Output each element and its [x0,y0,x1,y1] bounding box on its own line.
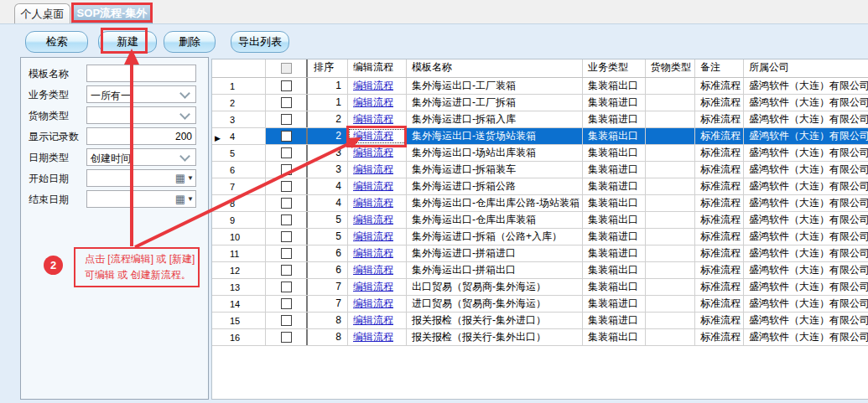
table-row[interactable]: 105编辑流程集外海运进口-拆箱（公路+入库）集装箱进口标准流程盛鸿软件（大连）… [212,229,868,245]
row-checkbox-cell [266,128,308,144]
cell-note: 标准流程 [695,279,744,295]
table-row[interactable]: 137编辑流程出口贸易（贸易商-集外海运）集装箱出口标准流程盛鸿软件（大连）有限… [212,279,868,296]
edit-process-link[interactable]: 编辑流程 [353,264,393,276]
table-row[interactable]: 21编辑流程集外海运进口-工厂拆箱集装箱进口标准流程盛鸿软件（大连）有限公司 [212,95,868,111]
row-checkbox[interactable] [281,80,292,91]
row-checkbox[interactable] [281,181,292,192]
edit-process-link[interactable]: 编辑流程 [353,130,393,142]
cell-cargo-type [646,195,695,211]
cell-template-name: 出口贸易（贸易商-集外海运） [407,279,583,295]
edit-process-link[interactable]: 编辑流程 [353,214,393,225]
edit-process-link[interactable]: 编辑流程 [353,163,393,175]
edit-process-link[interactable]: 编辑流程 [353,96,393,108]
cell-note: 标准流程 [695,162,744,178]
table-row[interactable]: 11编辑流程集外海运出口-工厂装箱集装箱出口标准流程盛鸿软件（大连）有限公司 [212,78,868,95]
cell-edit-process: 编辑流程 [348,245,407,261]
select-all-checkbox[interactable] [281,63,292,74]
edit-process-link[interactable]: 编辑流程 [353,147,393,158]
cell-template-name: 集外海运出口-拼箱出口 [407,262,583,278]
edit-process-link[interactable]: 编辑流程 [353,247,393,259]
select-all-header[interactable] [266,59,308,77]
date-picker[interactable]: ▦▼ [86,169,196,187]
row-checkbox[interactable] [281,332,292,343]
row-number-cell: 10 [212,229,266,245]
row-checkbox[interactable] [281,265,292,276]
search-button[interactable]: 检索 [25,31,88,53]
table-row[interactable]: 74编辑流程集外海运进口-拆箱公路集装箱进口标准流程盛鸿软件（大连）有限公司 [212,178,868,195]
row-number-cell: 1 [212,78,266,94]
table-row[interactable]: 158编辑流程报关报检（报关行-集外进口）集装箱进口标准流程盛鸿软件（大连）有限… [212,313,868,329]
cell-note: 标准流程 [695,262,744,278]
row-checkbox[interactable] [281,131,292,142]
export-list-button[interactable]: 导出列表 [231,31,289,53]
edit-process-link[interactable]: 编辑流程 [353,197,393,209]
cell-business-type: 集装箱出口 [583,78,646,94]
col-header-note[interactable]: 备注 [695,59,744,77]
row-number: 5 [230,147,235,161]
cell-cargo-type [646,78,695,94]
row-checkbox[interactable] [281,315,292,326]
table-row[interactable]: 63编辑流程集外海运进口-拆箱装车集装箱进口标准流程盛鸿软件（大连）有限公司 [212,162,868,178]
date-dropdown-button[interactable]: ▦▼ [175,171,194,185]
col-header-name[interactable]: 模板名称 [407,59,583,77]
table-row[interactable]: ▶42编辑流程集外海运出口-送货场站装箱集装箱出口标准流程盛鸿软件（大连）有限公… [212,128,868,145]
dropdown[interactable]: 创建时间 [86,148,196,166]
row-checkbox[interactable] [281,97,292,108]
dropdown-arrow-icon: ▼ [187,174,194,182]
date-picker[interactable]: ▦▼ [86,190,196,208]
col-header-edit[interactable]: 编辑流程 [348,59,407,77]
table-row[interactable]: 53编辑流程集外海运出口-场站出库装箱集装箱出口标准流程盛鸿软件（大连）有限公司 [212,145,868,162]
table-row[interactable]: 147编辑流程进口贸易（贸易商-集外海运）集装箱进口标准流程盛鸿软件（大连）有限… [212,296,868,313]
cell-business-type: 集装箱进口 [583,296,646,312]
row-checkbox[interactable] [281,248,292,259]
row-number: 14 [230,297,240,312]
row-number: 13 [230,281,240,295]
row-checkbox[interactable] [281,298,292,309]
row-checkbox-cell [266,111,308,127]
cell-template-name: 集外海运进口-拆箱入库 [407,111,583,127]
cell-template-name: 报关报检（报关行-集外出口） [407,329,583,345]
row-number: 2 [230,96,235,111]
row-checkbox[interactable] [281,282,292,292]
cell-company: 盛鸿软件（大连）有限公司 [744,195,868,211]
col-header-cargo[interactable]: 货物类型 [646,59,695,77]
row-checkbox[interactable] [281,147,292,158]
field-input[interactable] [87,129,195,145]
tab-personal-desktop[interactable]: 个人桌面 [14,3,70,23]
table-row[interactable]: 126编辑流程集外海运出口-拼箱出口集装箱出口标准流程盛鸿软件（大连）有限公司 [212,262,868,279]
row-checkbox[interactable] [281,164,292,175]
edit-process-link[interactable]: 编辑流程 [353,297,393,309]
edit-process-link[interactable]: 编辑流程 [353,80,393,91]
new-button[interactable]: 新建 [98,31,157,53]
cell-cargo-type [646,329,695,345]
row-checkbox[interactable] [281,214,292,225]
cell-business-type: 集装箱进口 [583,162,646,178]
row-checkbox-cell [266,262,308,278]
tab-sop-process[interactable]: SOP流程-集外 [71,3,153,23]
edit-process-link[interactable]: 编辑流程 [353,113,393,125]
cell-template-name: 集外海运出口-送货场站装箱 [407,128,583,144]
dropdown[interactable] [86,106,196,124]
table-row[interactable]: 95编辑流程集外海运出口-仓库出库装箱集装箱出口标准流程盛鸿软件（大连）有限公司 [212,212,868,229]
col-header-company[interactable]: 所属公司 [744,59,868,77]
col-header-sort[interactable]: 排序 [308,59,348,77]
table-row[interactable]: 168编辑流程报关报检（报关行-集外出口）集装箱出口标准流程盛鸿软件（大连）有限… [212,329,868,346]
edit-process-link[interactable]: 编辑流程 [353,180,393,192]
dropdown[interactable]: 一所有一 [86,85,196,103]
table-row[interactable]: 116编辑流程集外海运进口-拼箱进口集装箱进口标准流程盛鸿软件（大连）有限公司 [212,245,868,262]
col-header-biz[interactable]: 业务类型 [583,59,646,77]
table-row[interactable]: 32编辑流程集外海运进口-拆箱入库集装箱进口标准流程盛鸿软件（大连）有限公司 [212,111,868,128]
text-field [86,65,196,82]
row-checkbox[interactable] [281,198,292,209]
delete-button[interactable]: 删除 [164,31,216,53]
edit-process-link[interactable]: 编辑流程 [353,331,393,343]
row-checkbox[interactable] [281,231,292,242]
cell-note: 标准流程 [695,128,744,144]
date-dropdown-button[interactable]: ▦▼ [175,192,194,206]
edit-process-link[interactable]: 编辑流程 [353,314,393,326]
edit-process-link[interactable]: 编辑流程 [353,230,393,242]
table-row[interactable]: 84编辑流程集外海运出口-仓库出库公路-场站装箱集装箱出口标准流程盛鸿软件（大连… [212,195,868,212]
edit-process-link[interactable]: 编辑流程 [353,281,393,292]
field-input[interactable] [87,66,195,82]
row-checkbox[interactable] [281,114,292,125]
